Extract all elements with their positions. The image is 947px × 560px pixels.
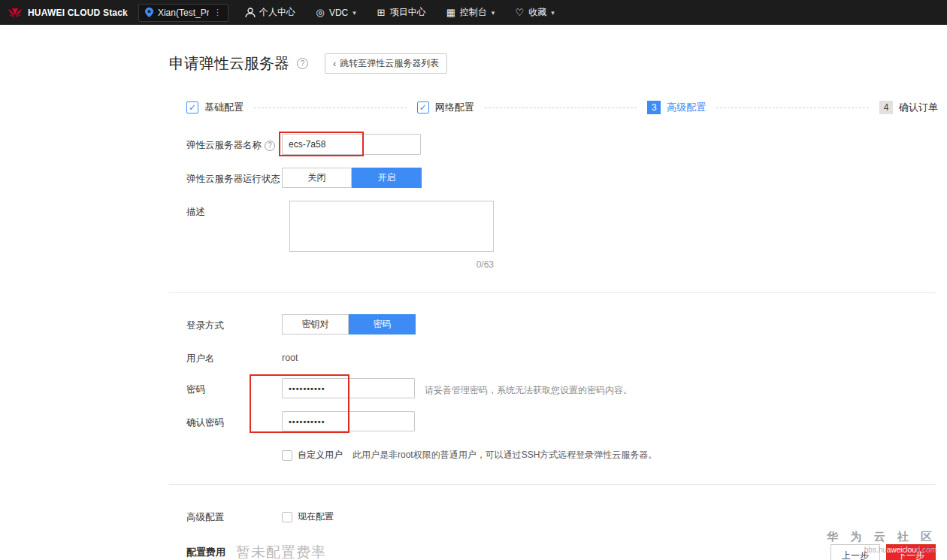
help-icon[interactable]: ? [265, 141, 275, 151]
step-label: 网络配置 [435, 101, 474, 114]
project-icon: ⊞ [376, 8, 386, 18]
step-confirm-order[interactable]: 4 确认订单 [879, 101, 938, 114]
advanced-config-label: 高级配置 [186, 506, 282, 524]
state-on-button[interactable]: 开启 [352, 168, 422, 188]
fee-label: 配置费用 [186, 546, 225, 559]
login-method-label: 登录方式 [186, 314, 282, 332]
login-password-button[interactable]: 密码 [349, 314, 416, 334]
vdc-icon: ◎ [315, 8, 325, 18]
password-group: 密码 请妥善管理密码，系统无法获取您设置的密码内容。 确认密码 [169, 378, 947, 431]
confirm-password-row: 确认密码 [186, 411, 947, 431]
chevron-down-icon: ▾ [492, 9, 495, 17]
top-bar: HUAWEI CLOUD Stack Xian(Test_Pr... ⋮ 个人中… [0, 0, 947, 25]
huawei-logo-icon [8, 8, 23, 18]
region-selector[interactable]: Xian(Test_Pr... ⋮ [138, 4, 228, 22]
chevron-down-icon: ▾ [352, 9, 356, 17]
configure-now-label: 现在配置 [298, 510, 334, 523]
help-icon[interactable]: ? [297, 58, 308, 69]
login-method-row: 登录方式 密钥对 密码 [186, 314, 947, 334]
step-connector [254, 107, 407, 108]
main-content: 申请弹性云服务器 ? ‹ 跳转至弹性云服务器列表 ✓ 基础配置 ✓ 网络配置 3… [169, 25, 947, 560]
username-row: 用户名 root [186, 347, 947, 365]
nav-label: VDC [329, 8, 348, 18]
confirm-password-label: 确认密码 [186, 411, 282, 429]
server-name-input[interactable] [282, 134, 421, 155]
username-label: 用户名 [186, 347, 282, 365]
step-advanced-config[interactable]: 3 高级配置 [647, 101, 706, 114]
watermark: 华 为 云 社 区 bbs.huaweicloud.com [827, 530, 936, 554]
step-label: 高级配置 [667, 101, 706, 114]
nav-favorites[interactable]: ♡ 收藏 ▾ [514, 6, 555, 19]
chevron-left-icon: ‹ [333, 58, 336, 69]
custom-user-checkbox-row: 自定义用户 此用户是非root权限的普通用户，可以通过SSH方式远程登录弹性云服… [282, 444, 657, 462]
custom-user-row: 自定义用户 此用户是非root权限的普通用户，可以通过SSH方式远程登录弹性云服… [186, 444, 947, 462]
step-number: 4 [879, 101, 893, 114]
watermark-url: bbs.huaweicloud.com [827, 546, 936, 554]
nav-label: 收藏 [528, 6, 546, 19]
nav-label: 项目中心 [390, 6, 426, 19]
heart-icon: ♡ [514, 8, 525, 18]
advanced-config-form: 弹性云服务器名称 ? 弹性云服务器运行状态 关闭 开启 描述 0/63 登录 [169, 134, 947, 524]
custom-user-hint: 此用户是非root权限的普通用户，可以通过SSH方式远程登录弹性云服务器。 [352, 449, 657, 462]
nav-project-center[interactable]: ⊞ 项目中心 [376, 6, 426, 19]
chevron-down-icon: ▾ [551, 9, 555, 17]
login-keypair-button[interactable]: 密钥对 [282, 314, 349, 334]
watermark-url-highlight: aweiclou [887, 546, 916, 554]
nav-label: 个人中心 [259, 6, 295, 19]
step-label: 确认订单 [899, 101, 938, 114]
step-wizard: ✓ 基础配置 ✓ 网络配置 3 高级配置 4 确认订单 [186, 101, 938, 114]
more-dots-icon: ⋮ [213, 8, 222, 17]
custom-user-label: 自定义用户 [298, 449, 343, 462]
page-title: 申请弹性云服务器 [169, 53, 289, 74]
server-name-label-wrap: 弹性云服务器名称 ? [186, 134, 282, 152]
section-divider [169, 484, 936, 485]
password-hint: 请妥善管理密码，系统无法获取您设置的密码内容。 [425, 378, 632, 397]
password-label: 密码 [186, 378, 282, 396]
configure-now-checkbox[interactable] [282, 512, 292, 522]
user-icon [245, 8, 256, 18]
watermark-url-part: d.com [916, 546, 936, 554]
server-name-label: 弹性云服务器名称 [186, 139, 262, 152]
section-divider [169, 292, 936, 293]
confirm-password-input[interactable] [282, 411, 415, 431]
description-field-wrap: 0/63 [289, 201, 494, 270]
nav-label: 控制台 [460, 6, 487, 19]
description-textarea[interactable] [289, 201, 494, 252]
brand-label: HUAWEI CLOUD Stack [28, 8, 128, 18]
watermark-url-part: bbs.hu [864, 546, 887, 554]
custom-user-checkbox[interactable] [282, 450, 292, 461]
step-check-icon: ✓ [417, 101, 429, 114]
username-value: root [282, 347, 298, 363]
char-counter: 0/63 [289, 259, 494, 270]
description-row: 描述 0/63 [186, 201, 947, 270]
back-to-list-label: 跳转至弹性云服务器列表 [340, 57, 439, 70]
running-state-toggle: 关闭 开启 [282, 168, 422, 188]
step-connector [716, 107, 869, 108]
step-connector [485, 107, 637, 108]
custom-user-spacer [186, 444, 282, 450]
password-input[interactable] [282, 378, 415, 398]
watermark-title: 华 为 云 社 区 [827, 530, 936, 544]
back-to-list-button[interactable]: ‹ 跳转至弹性云服务器列表 [325, 53, 447, 74]
state-off-button[interactable]: 关闭 [282, 168, 352, 188]
nav-vdc[interactable]: ◎ VDC ▾ [315, 8, 356, 18]
server-name-row: 弹性云服务器名称 ? [186, 134, 947, 155]
top-nav: 个人中心 ◎ VDC ▾ ⊞ 项目中心 ▦ 控制台 ▾ ♡ 收藏 ▾ [245, 6, 555, 19]
region-label: Xian(Test_Pr... [158, 8, 209, 18]
nav-console[interactable]: ▦ 控制台 ▾ [446, 6, 495, 19]
step-label: 基础配置 [204, 101, 244, 114]
step-check-icon: ✓ [186, 101, 198, 114]
fee-value: 暂未配置费率 [236, 543, 326, 560]
brand[interactable]: HUAWEI CLOUD Stack [0, 8, 138, 18]
title-row: 申请弹性云服务器 ? ‹ 跳转至弹性云服务器列表 [169, 53, 947, 74]
description-label: 描述 [186, 201, 282, 219]
running-state-label: 弹性云服务器运行状态 [186, 168, 282, 186]
advanced-config-row: 高级配置 现在配置 [186, 506, 947, 524]
step-network-config[interactable]: ✓ 网络配置 [417, 101, 474, 114]
login-method-toggle: 密钥对 密码 [282, 314, 416, 334]
password-row: 密码 请妥善管理密码，系统无法获取您设置的密码内容。 [186, 378, 947, 398]
step-basic-config[interactable]: ✓ 基础配置 [186, 101, 244, 114]
nav-user-center[interactable]: 个人中心 [245, 6, 295, 19]
location-pin-icon [145, 8, 153, 17]
step-number: 3 [647, 101, 661, 114]
